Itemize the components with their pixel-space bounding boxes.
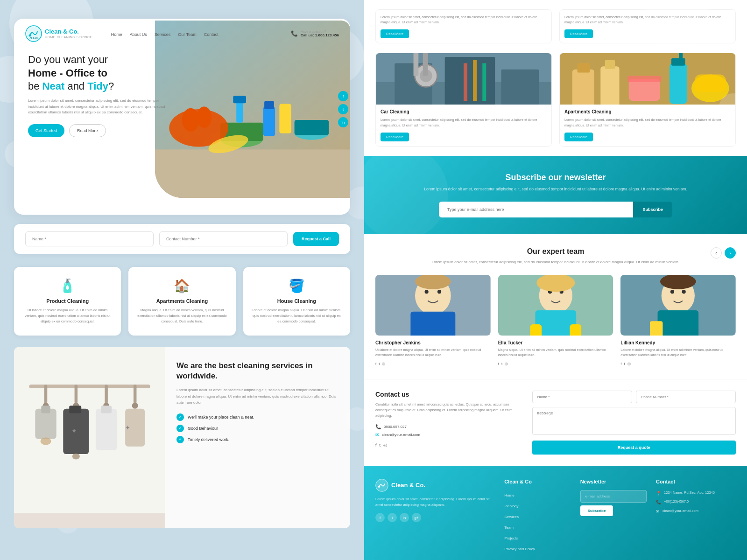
- nav-call: 📞 Have a question? Call us: 1.000.123.45…: [291, 30, 339, 37]
- team-next-button[interactable]: ›: [725, 247, 736, 259]
- footer-link-projects[interactable]: Projects: [504, 536, 518, 540]
- team-card-1: Ella Tucker Magna aliqua. Ut enim ad min…: [498, 275, 613, 365]
- footer-facebook-icon[interactable]: f: [375, 513, 385, 522]
- read-more-top-1[interactable]: Read More: [564, 29, 593, 38]
- request-call-button[interactable]: Request a Call: [293, 232, 339, 246]
- instagram-social-1[interactable]: ◎: [505, 362, 508, 366]
- team-photo-2: [620, 275, 736, 336]
- contact-phone-input[interactable]: [636, 391, 736, 403]
- newsletter-email-input[interactable]: [439, 202, 633, 217]
- right-service-body-apartments: Apartments Cleaning Lorem ipsum dolor si…: [560, 105, 735, 146]
- left-column: CLEAN Clean & Co. HOME CLEANING SERVICE …: [0, 0, 364, 560]
- nav-services[interactable]: Services: [155, 32, 171, 37]
- service-title-1: Apartments Cleaning: [137, 298, 227, 304]
- nav-team[interactable]: Our Team: [178, 32, 196, 37]
- facebook-social-0[interactable]: f: [375, 362, 376, 366]
- footer-link-services[interactable]: Services: [504, 515, 519, 519]
- linkedin-icon[interactable]: in: [338, 117, 348, 127]
- get-started-button[interactable]: Get Started: [28, 124, 64, 137]
- svg-point-13: [182, 108, 199, 132]
- footer-phone-item: 📞 +00(123)4567.0: [656, 499, 736, 506]
- footer-linkedin-icon[interactable]: in: [400, 513, 409, 522]
- svg-rect-56: [600, 67, 619, 105]
- request-quote-button[interactable]: Request a quote: [532, 441, 736, 455]
- svg-rect-36: [14, 513, 165, 528]
- svg-rect-48: [414, 53, 419, 76]
- service-title-2: House Cleaning: [252, 298, 342, 304]
- facebook-icon[interactable]: f: [338, 91, 348, 101]
- contact-instagram-icon[interactable]: ◎: [383, 443, 387, 448]
- coat-rack-visual: ✦ ✦: [14, 347, 165, 528]
- team-section: Our expert team Lorem ipsum dolor sit am…: [364, 234, 747, 378]
- footer-address-icon: 📍: [656, 490, 661, 497]
- footer-google-icon[interactable]: g+: [412, 513, 421, 522]
- check-icon-2: ✓: [176, 436, 184, 443]
- contact-phone-item: 📞 0900.057.027: [375, 424, 521, 429]
- footer-address-text: 1234 Name, Rd.Sec, Acc. 12345: [664, 490, 715, 495]
- svg-rect-58: [629, 79, 660, 101]
- footer-link-ideology[interactable]: Ideology: [504, 504, 518, 508]
- facebook-social-2[interactable]: f: [620, 362, 621, 366]
- twitter-social-1[interactable]: t: [501, 362, 502, 366]
- facebook-social-1[interactable]: f: [498, 362, 499, 366]
- newsletter-subscribe-button[interactable]: Subscribe: [633, 202, 672, 217]
- svg-point-83: [682, 290, 686, 294]
- check-icon-1: ✓: [176, 425, 184, 432]
- footer-phone-text: +00(123)4567.0: [664, 499, 689, 504]
- footer-link-privacy[interactable]: Privacy and Policy: [504, 547, 535, 551]
- read-more-top-0[interactable]: Read More: [381, 29, 409, 38]
- phone-input[interactable]: [159, 231, 288, 246]
- car-cleaning-read-more[interactable]: Read More: [381, 133, 409, 141]
- contact-name-input[interactable]: [532, 391, 632, 403]
- svg-rect-59: [627, 76, 662, 82]
- svg-rect-81: [658, 310, 699, 336]
- instagram-social-0[interactable]: ◎: [382, 362, 385, 366]
- svg-rect-49: [423, 53, 428, 76]
- right-service-body-top-0: Lorem ipsum dolor sit amet, consectetur …: [376, 10, 551, 43]
- read-more-button[interactable]: Read More: [69, 124, 106, 137]
- footer-logo: Clean & Co.: [375, 479, 495, 492]
- twitter-social-0[interactable]: t: [379, 362, 380, 366]
- logo: CLEAN Clean & Co. HOME CLEANING SERVICE: [25, 25, 92, 42]
- hero-body: Do you want your Home - Office to be Nea…: [14, 49, 350, 151]
- svg-rect-50: [464, 63, 467, 101]
- apartments-cleaning-read-more[interactable]: Read More: [564, 133, 593, 141]
- footer-link-home[interactable]: Home: [504, 493, 514, 497]
- footer-twitter-icon[interactable]: t: [388, 513, 397, 522]
- instagram-social-2[interactable]: ◎: [627, 362, 631, 366]
- contact-info: 📞 0900.057.027 ✉ clean@your-email.com: [375, 424, 521, 437]
- footer-contact-title: Contact: [656, 479, 736, 484]
- contact-description: Curabitur nulla sit amet mi amet mi cons…: [375, 402, 521, 419]
- contact-info-area: Contact us Curabitur nulla sit amet mi a…: [375, 391, 521, 455]
- newsletter-form: Subscribe: [439, 202, 672, 217]
- contact-form-area: Request a quote: [532, 391, 736, 455]
- service-desc-0: Ut labore et dolore magna aliqua. Ut eni…: [22, 308, 113, 324]
- svg-point-14: [197, 106, 211, 128]
- nav-about[interactable]: About Us: [130, 32, 147, 37]
- svg-rect-61: [671, 58, 685, 66]
- svg-rect-28: [69, 406, 81, 413]
- team-name-0: Christopher Jenkins: [375, 340, 491, 345]
- twitter-social-2[interactable]: t: [624, 362, 625, 366]
- footer-newsletter-input[interactable]: [580, 490, 647, 503]
- footer-logo-icon: [375, 479, 388, 492]
- footer-subscribe-button[interactable]: Subscribe: [580, 505, 613, 516]
- team-social-2: f t ◎: [620, 362, 736, 366]
- contact-phone-number: 0900.057.027: [384, 425, 407, 429]
- right-service-top-0: Lorem ipsum dolor sit amet, consectetur …: [375, 9, 552, 43]
- contact-title: Contact us: [375, 391, 521, 398]
- hero-headline: Do you want your Home - Office to be Nea…: [28, 53, 168, 93]
- nav-home[interactable]: Home: [111, 32, 122, 37]
- contact-facebook-icon[interactable]: f: [375, 443, 377, 448]
- nav-contact[interactable]: Contact: [204, 32, 218, 37]
- team-social-1: f t ◎: [498, 362, 613, 366]
- contact-message-textarea[interactable]: [532, 407, 736, 435]
- name-input[interactable]: [25, 231, 154, 246]
- apartments-cleaning-title: Apartments Cleaning: [564, 109, 731, 114]
- svg-point-37: [41, 437, 51, 445]
- team-prev-button[interactable]: ‹: [711, 247, 722, 259]
- footer-link-team[interactable]: Team: [504, 525, 514, 530]
- contact-twitter-icon[interactable]: t: [380, 443, 381, 448]
- team-social-0: f t ◎: [375, 362, 491, 366]
- twitter-icon[interactable]: t: [338, 104, 348, 114]
